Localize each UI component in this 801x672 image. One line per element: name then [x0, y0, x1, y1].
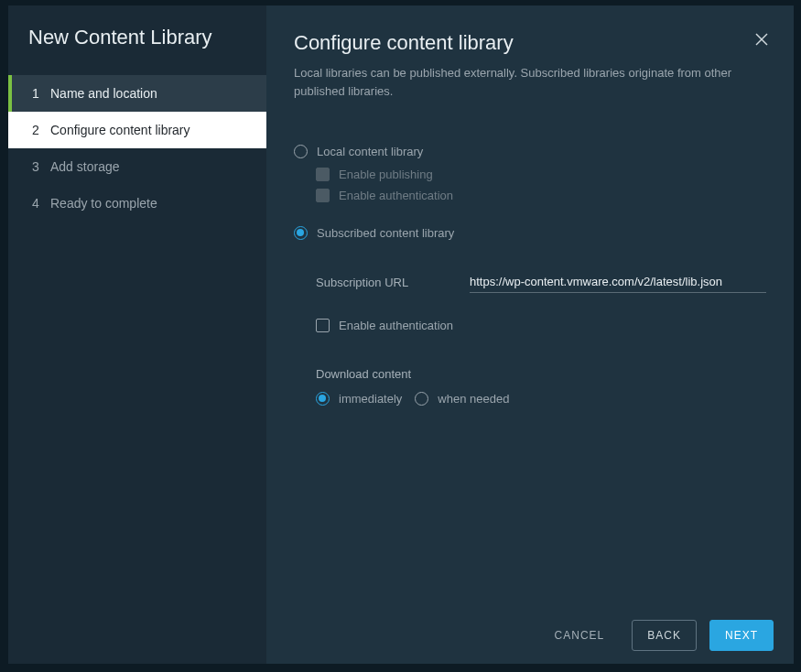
- back-button[interactable]: BACK: [632, 620, 697, 651]
- close-icon: [755, 33, 768, 46]
- local-library-label: Local content library: [317, 145, 423, 158]
- enable-publishing-label: Enable publishing: [339, 168, 433, 181]
- dialog-footer: CANCEL BACK NEXT: [266, 607, 794, 664]
- subscription-url-row: Subscription URL: [316, 271, 766, 293]
- step-label: Configure content library: [50, 123, 190, 137]
- step-label: Name and location: [50, 86, 157, 101]
- wizard-step-configure[interactable]: 2 Configure content library: [8, 112, 266, 148]
- enable-subscribed-auth-row[interactable]: Enable authentication: [316, 319, 766, 332]
- enable-local-auth-row: Enable authentication: [316, 189, 766, 202]
- checkbox-local-auth: [316, 189, 330, 202]
- step-number: 4: [32, 196, 50, 211]
- radio-local[interactable]: [294, 145, 308, 158]
- download-when-needed-option[interactable]: when needed: [415, 392, 509, 406]
- cancel-button[interactable]: CANCEL: [540, 621, 620, 650]
- subscribed-library-label: Subscribed content library: [317, 226, 454, 240]
- download-content-label: Download content: [316, 367, 766, 381]
- step-number: 1: [32, 86, 50, 101]
- download-when-needed-label: when needed: [438, 392, 509, 406]
- page-description: Local libraries can be published externa…: [294, 64, 766, 101]
- subscribed-library-option[interactable]: Subscribed content library: [294, 226, 766, 240]
- wizard-step-name-location[interactable]: 1 Name and location: [8, 75, 266, 112]
- next-button[interactable]: NEXT: [709, 620, 774, 651]
- enable-subscribed-auth-label: Enable authentication: [339, 319, 453, 332]
- checkbox-enable-publishing: [316, 168, 330, 181]
- wizard-title: New Content Library: [8, 26, 266, 75]
- subscription-url-label: Subscription URL: [316, 276, 470, 289]
- step-label: Ready to complete: [50, 196, 157, 211]
- radio-subscribed[interactable]: [294, 226, 308, 240]
- new-content-library-dialog: New Content Library 1 Name and location …: [8, 5, 794, 664]
- step-label: Add storage: [50, 159, 120, 174]
- step-number: 3: [32, 159, 50, 174]
- download-immediately-option[interactable]: immediately: [316, 392, 402, 406]
- wizard-step-storage[interactable]: 3 Add storage: [8, 148, 266, 185]
- wizard-sidebar: New Content Library 1 Name and location …: [8, 5, 266, 664]
- close-button[interactable]: [755, 33, 772, 49]
- subscription-url-input[interactable]: [470, 271, 766, 293]
- page-title: Configure content library: [294, 31, 766, 55]
- form-body: Local content library Enable publishing …: [266, 114, 794, 607]
- enable-publishing-row: Enable publishing: [316, 168, 766, 181]
- checkbox-subscribed-auth[interactable]: [316, 319, 330, 332]
- wizard-step-ready[interactable]: 4 Ready to complete: [8, 185, 266, 222]
- content-header: Configure content library Local librarie…: [266, 5, 794, 114]
- radio-immediately[interactable]: [316, 392, 330, 406]
- content-panel: Configure content library Local librarie…: [266, 5, 794, 664]
- local-library-option[interactable]: Local content library: [294, 145, 766, 158]
- step-number: 2: [32, 123, 50, 137]
- download-content-options: immediately when needed: [316, 392, 766, 406]
- enable-local-auth-label: Enable authentication: [339, 189, 453, 202]
- download-immediately-label: immediately: [339, 392, 402, 406]
- radio-when-needed[interactable]: [415, 392, 428, 406]
